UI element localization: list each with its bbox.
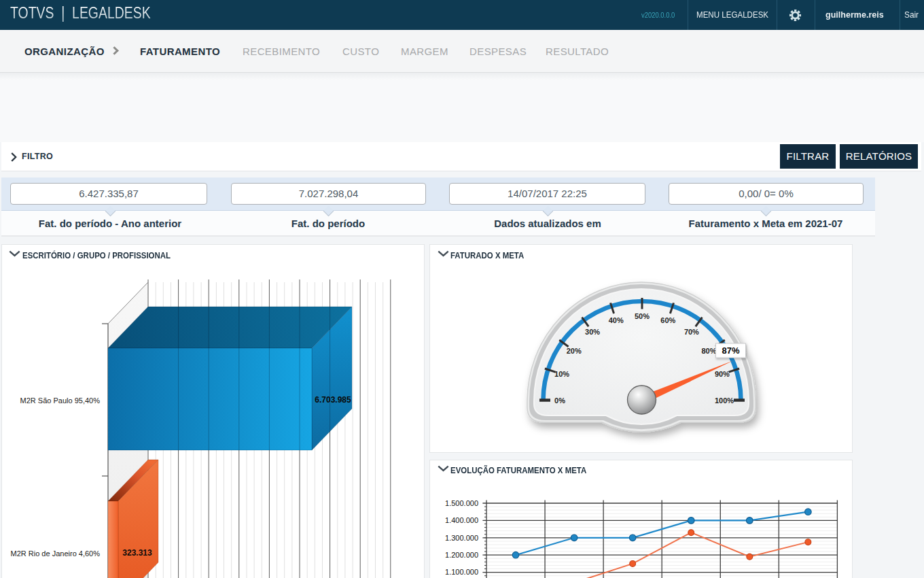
svg-text:1.200.000: 1.200.000 [445,551,478,559]
svg-text:90%: 90% [715,370,730,378]
svg-text:1.300.000: 1.300.000 [445,534,478,542]
svg-text:M2R Rio de Janeiro 4,60%: M2R Rio de Janeiro 4,60% [11,549,101,558]
svg-text:20%: 20% [567,347,582,355]
svg-text:70%: 70% [684,328,699,336]
svg-text:60%: 60% [660,316,675,324]
svg-text:80%: 80% [701,347,716,355]
svg-text:323.313: 323.313 [122,548,152,558]
svg-text:6.703.985: 6.703.985 [315,395,351,405]
svg-text:1.100.000: 1.100.000 [445,568,478,576]
svg-text:10%: 10% [554,370,569,378]
svg-text:87%: 87% [722,345,739,356]
svg-text:50%: 50% [635,312,650,320]
svg-text:M2R São Paulo 95,40%: M2R São Paulo 95,40% [20,396,101,405]
svg-text:100%: 100% [715,396,734,405]
svg-text:30%: 30% [585,328,600,336]
svg-text:1.500.000: 1.500.000 [445,499,478,507]
svg-text:40%: 40% [609,316,624,324]
svg-text:1.400.000: 1.400.000 [445,516,478,524]
svg-text:0%: 0% [554,396,565,405]
